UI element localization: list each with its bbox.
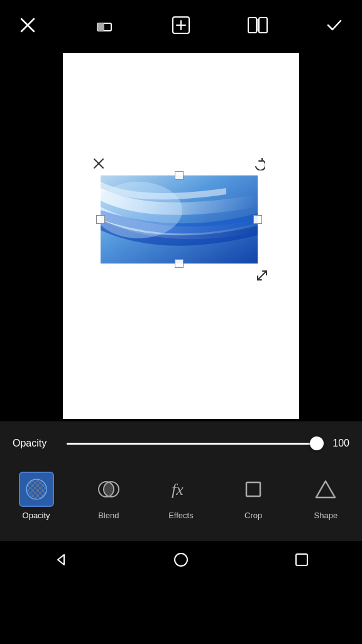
- svg-rect-22: [246, 482, 260, 496]
- rotate-icon[interactable]: [253, 158, 265, 170]
- image-content: [101, 175, 258, 264]
- tool-blend-label: Blend: [98, 511, 119, 520]
- handle-mid-right[interactable]: [253, 215, 262, 224]
- opacity-value: 100: [327, 438, 349, 449]
- handle-top-center[interactable]: [175, 171, 184, 180]
- handle-mid-left[interactable]: [96, 215, 105, 224]
- recent-button[interactable]: [289, 547, 314, 572]
- home-button[interactable]: [168, 547, 194, 572]
- canvas-paper: [63, 53, 299, 419]
- svg-rect-3: [97, 23, 104, 31]
- svg-rect-8: [259, 18, 267, 33]
- top-toolbar: [0, 0, 362, 50]
- confirm-button[interactable]: [322, 13, 347, 38]
- svg-line-14: [258, 271, 266, 280]
- tool-shape[interactable]: Shape: [300, 472, 351, 520]
- system-nav: [0, 541, 362, 579]
- opacity-slider[interactable]: [67, 443, 317, 445]
- tool-crop-label: Crop: [244, 511, 262, 520]
- tool-opacity[interactable]: Opacity: [11, 472, 62, 520]
- delete-icon[interactable]: [93, 158, 104, 169]
- opacity-label: Opacity: [13, 438, 57, 449]
- svg-point-25: [175, 553, 187, 566]
- shape-icon-wrap: [308, 472, 343, 507]
- svg-rect-7: [248, 18, 256, 33]
- tool-crop[interactable]: Crop: [228, 472, 278, 520]
- handle-bot-center[interactable]: [175, 259, 184, 268]
- opacity-bar: Opacity 100: [0, 421, 362, 465]
- svg-text:fx: fx: [172, 480, 184, 499]
- tool-effects[interactable]: fx Effects: [156, 472, 206, 520]
- svg-rect-26: [296, 554, 307, 565]
- blend-icon-wrap: [91, 472, 126, 507]
- svg-marker-23: [316, 481, 335, 497]
- tool-opacity-label: Opacity: [23, 511, 50, 520]
- compare-button[interactable]: [245, 13, 270, 38]
- close-button[interactable]: [15, 13, 40, 38]
- resize-icon[interactable]: [256, 270, 268, 281]
- effects-icon-wrap: fx: [163, 472, 199, 507]
- canvas-area: [0, 50, 362, 421]
- image-container[interactable]: [101, 175, 258, 264]
- tool-blend[interactable]: Blend: [84, 472, 134, 520]
- back-button[interactable]: [48, 547, 73, 572]
- add-button[interactable]: [168, 13, 194, 38]
- opacity-icon-wrap: [19, 472, 54, 507]
- bottom-toolbar: Opacity Blend fx Effects: [0, 465, 362, 541]
- tool-effects-label: Effects: [168, 511, 194, 520]
- crop-icon-wrap: [236, 472, 271, 507]
- svg-marker-24: [58, 555, 64, 565]
- eraser-button[interactable]: [92, 13, 117, 38]
- tool-shape-label: Shape: [314, 511, 338, 520]
